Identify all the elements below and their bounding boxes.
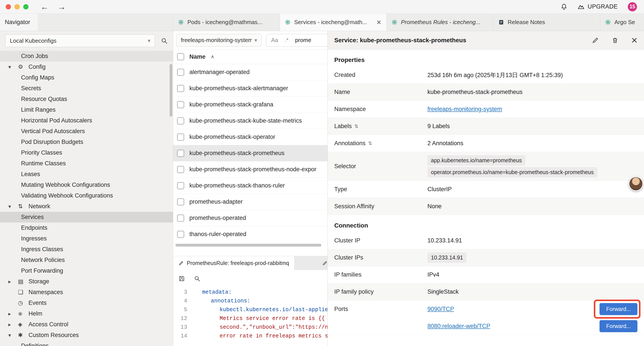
row-checkbox[interactable] (177, 85, 184, 92)
editor-tab-prometheusrule[interactable]: PrometheusRule: freeleaps-prod-rabbitmq (173, 256, 294, 270)
sidebar-item-port-forwarding[interactable]: Port Forwarding (0, 265, 173, 276)
sidebar-item-storage[interactable]: ▸▤Storage (0, 276, 173, 287)
row-checkbox[interactable] (177, 215, 184, 222)
sidebar-item-access-control[interactable]: ▸◈Access Control (0, 319, 173, 330)
sidebar-item-events[interactable]: ◷Events (0, 298, 173, 308)
port-forward-button[interactable]: Forward... (600, 303, 638, 315)
sidebar-item-horizontal-pod-autoscalers[interactable]: Horizontal Pod Autoscalers (0, 115, 173, 126)
close-drawer-icon[interactable]: × (631, 35, 638, 45)
chevron-down-icon[interactable]: ▾ (8, 203, 18, 210)
sidebar-item-network-policies[interactable]: Network Policies (0, 255, 173, 265)
chevron-right-icon[interactable]: ▸ (8, 322, 18, 328)
back-arrow-icon[interactable]: ← (40, 0, 49, 13)
row-checkbox[interactable] (177, 198, 184, 205)
table-row-prometheus-operated[interactable]: prometheus-operated (173, 210, 328, 226)
row-checkbox[interactable] (177, 166, 184, 173)
row-checkbox[interactable] (177, 134, 184, 141)
namespace-selector[interactable]: freeleaps-monitoring-system ▾ (176, 34, 262, 47)
tab-pods-icecheng-mathmas[interactable]: Pods - icecheng@mathmas... (173, 13, 280, 31)
tab-prometheus-rules-icecheng[interactable]: Prometheus Rules - icecheng... (387, 13, 494, 31)
row-checkbox[interactable] (177, 231, 184, 238)
sort-updown-icon[interactable]: ⇅ (368, 141, 372, 146)
port-link[interactable]: 8080:reloader-web/TCP (428, 323, 490, 330)
chevron-right-icon[interactable]: ▸ (8, 279, 18, 285)
vertical-scrollbar[interactable] (170, 64, 172, 116)
sidebar-item-validating-webhook-configurations[interactable]: Validating Webhook Configurations (0, 190, 173, 201)
chevron-right-icon[interactable]: ▸ (8, 311, 18, 317)
sidebar-item-helm[interactable]: ▸⎈Helm (0, 308, 173, 319)
row-checkbox[interactable] (177, 117, 184, 124)
table-row-kube-prometheus-stack-grafana[interactable]: kube-prometheus-stack-grafana (173, 97, 328, 113)
sidebar-item-secrets[interactable]: Secrets (0, 83, 173, 94)
sidebar-item-priority-classes[interactable]: Priority Classes (0, 147, 173, 158)
row-checkbox[interactable] (177, 182, 184, 189)
sidebar-item-namespaces[interactable]: ❏Namespaces (0, 287, 173, 298)
sidebar-item-label: Validating Webhook Configurations (21, 192, 113, 199)
table-row-kube-prometheus-stack-alertmanager[interactable]: kube-prometheus-stack-alertmanager (173, 80, 328, 97)
sort-ascending-icon[interactable]: ∧ (211, 54, 214, 59)
sidebar-item-leases[interactable]: Leases (0, 169, 173, 180)
name-column-header[interactable]: Name (190, 53, 206, 60)
search-input[interactable]: Aa .* prome (266, 34, 328, 47)
sidebar-search-icon[interactable] (161, 37, 168, 44)
tab-close-icon[interactable]: × (376, 18, 382, 26)
sidebar-item-pod-disruption-budgets[interactable]: Pod Disruption Budgets (0, 137, 173, 147)
sidebar-item-cron-jobs[interactable]: Cron Jobs (0, 51, 173, 61)
table-row-kube-prometheus-stack-prometheus-node-expor[interactable]: kube-prometheus-stack-prometheus-node-ex… (173, 161, 328, 178)
regex-toggle[interactable]: .* (285, 37, 288, 43)
select-all-checkbox[interactable] (177, 53, 184, 60)
table-row-kube-prometheus-stack-operator[interactable]: kube-prometheus-stack-operator (173, 129, 328, 145)
sidebar-item-mutating-webhook-configurations[interactable]: Mutating Webhook Configurations (0, 180, 173, 190)
kubeconfig-selector[interactable]: Local Kubeconfigs ▾ (5, 34, 155, 47)
editor-search-icon[interactable] (194, 275, 200, 282)
table-row-prometheus-adapter[interactable]: prometheus-adapter (173, 194, 328, 210)
port-link[interactable]: 9090/TCP (428, 306, 454, 313)
sidebar-item-definitions[interactable]: Definitions (0, 341, 173, 346)
chevron-down-icon[interactable]: ▾ (8, 332, 18, 338)
sidebar-item-config[interactable]: ▾⚙Config (0, 61, 173, 72)
sidebar-item-endpoints[interactable]: Endpoints (0, 223, 173, 233)
table-row-kube-prometheus-stack-kube-state-metrics[interactable]: kube-prometheus-stack-kube-state-metrics (173, 113, 328, 129)
horizontal-scrollbar[interactable] (175, 244, 321, 247)
namespace-link[interactable]: freeleaps-monitoring-system (428, 106, 502, 112)
minimize-window-button[interactable] (14, 4, 20, 9)
sidebar-item-vertical-pod-autoscalers[interactable]: Vertical Pod Autoscalers (0, 126, 173, 137)
tab-argo-se[interactable]: Argo Se (600, 13, 644, 31)
sidebar-item-ingresses[interactable]: Ingresses (0, 233, 173, 244)
edit-service-icon[interactable] (592, 37, 599, 44)
row-checkbox[interactable] (177, 150, 184, 157)
delete-service-icon[interactable] (612, 37, 618, 44)
notifications-bell-icon[interactable] (560, 3, 568, 10)
sidebar-item-ingress-classes[interactable]: Ingress Classes (0, 244, 173, 255)
code-line: 4annotations: (173, 297, 328, 306)
table-row-kube-prometheus-stack-prometheus[interactable]: kube-prometheus-stack-prometheus (173, 145, 328, 161)
maximize-window-button[interactable] (23, 4, 28, 9)
user-avatar[interactable] (629, 177, 643, 191)
row-checkbox[interactable] (177, 101, 184, 108)
navigator-panel-tab[interactable]: Navigator (0, 13, 38, 31)
yaml-editor[interactable]: 3metadata:4annotations:5kubectl.kubernet… (173, 287, 328, 346)
notification-count-badge[interactable]: 15 (628, 2, 637, 11)
table-row-thanos-ruler-operated[interactable]: thanos-ruler-operated (173, 226, 328, 242)
upgrade-button[interactable]: UPGRADE (578, 3, 618, 10)
sidebar-item-services[interactable]: Services (0, 212, 173, 223)
editor-tab-partial[interactable] (294, 256, 328, 270)
port-forward-button[interactable]: Forward... (600, 320, 638, 332)
match-case-toggle[interactable]: Aa (271, 37, 278, 43)
sidebar-item-runtime-classes[interactable]: Runtime Classes (0, 158, 173, 169)
sidebar-item-config-maps[interactable]: Config Maps (0, 72, 173, 83)
tab-release-notes[interactable]: Release Notes (494, 13, 600, 31)
sidebar-item-custom-resources[interactable]: ▾✱Custom Resources (0, 330, 173, 341)
sidebar-item-resource-quotas[interactable]: Resource Quotas (0, 94, 173, 104)
save-icon[interactable] (178, 275, 185, 282)
table-row-alertmanager-operated[interactable]: alertmanager-operated (173, 64, 328, 80)
close-window-button[interactable] (6, 4, 11, 9)
sidebar-item-limit-ranges[interactable]: Limit Ranges (0, 104, 173, 115)
sidebar-item-network[interactable]: ▾⇅Network (0, 201, 173, 212)
table-row-kube-prometheus-stack-thanos-ruler[interactable]: kube-prometheus-stack-thanos-ruler (173, 178, 328, 194)
sort-updown-icon[interactable]: ⇅ (354, 123, 358, 129)
tab-services-icecheng-math[interactable]: Services - icecheng@math...× (280, 13, 387, 31)
forward-arrow-icon[interactable]: → (58, 0, 66, 13)
row-checkbox[interactable] (177, 69, 184, 76)
chevron-down-icon[interactable]: ▾ (8, 64, 18, 70)
